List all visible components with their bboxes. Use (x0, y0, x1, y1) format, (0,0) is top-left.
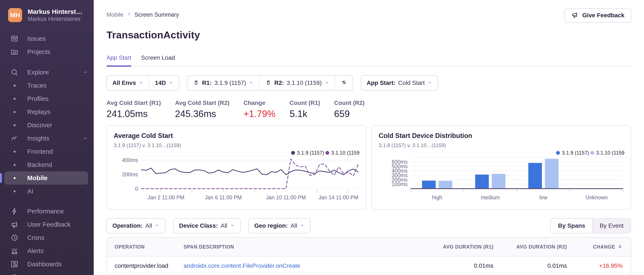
sidebar-item-issues[interactable]: Issues (0, 32, 94, 45)
stat-count-r2: Count (R2) 659 (334, 100, 364, 119)
sidebar-item-discover[interactable]: Discover (0, 119, 94, 132)
chevron-up-icon[interactable] (83, 70, 88, 75)
chevron-down-icon (428, 80, 432, 86)
spans-table: OPERATION SPAN DESCRIPTION AVG DURATION … (106, 237, 631, 275)
app-root: MH Markus Hinterst… Markus Hintersteiner… (0, 0, 644, 275)
tab-app-start[interactable]: App Start (106, 54, 132, 66)
sidebar-item-label: Alerts (27, 247, 44, 254)
table-row[interactable]: contentprovider.load androidx.core.conte… (107, 256, 631, 275)
stat-avg-cold-start-r2: Avg Cold Start (R2) 245.36ms (175, 100, 230, 119)
sidebar-item-frontend[interactable]: Frontend (0, 145, 94, 158)
release1-label: R1: (202, 80, 212, 86)
release-jar-icon (265, 79, 272, 87)
issues-icon (10, 34, 19, 43)
stat-value: +1.79% (244, 109, 275, 119)
cell-avg-duration-r2: 0.01ms (494, 262, 567, 269)
device-class-filter[interactable]: Device Class: All (174, 218, 240, 233)
release2-label: R2: (274, 80, 284, 86)
breadcrumb: Mobile Screen Summary (106, 12, 179, 18)
sidebar-item-explore[interactable]: Explore (0, 66, 94, 79)
device-distribution-bar-chart: 600ms500ms400ms300ms200ms100mshighmedium… (379, 152, 624, 201)
page-title: TransactionActivity (106, 29, 631, 41)
environment-filter[interactable]: All Envs (107, 76, 149, 90)
release1-filter[interactable]: R1: 3.1.9 (1157) (188, 76, 259, 90)
release1-value: 3.1.9 (1157) (214, 80, 246, 86)
sidebar-item-backend[interactable]: Backend (0, 158, 94, 171)
environment-value: All Envs (112, 80, 136, 86)
sidebar-item-label: Dashboards (27, 260, 62, 268)
stat-value: 659 (334, 109, 364, 119)
sidebar-item-projects[interactable]: Projects (0, 45, 94, 58)
sidebar-item-performance[interactable]: Performance (0, 205, 94, 218)
svg-text:high: high (432, 194, 442, 200)
chevron-down-icon (169, 80, 173, 86)
column-header-span-description[interactable]: SPAN DESCRIPTION (184, 244, 421, 250)
releases-icon (10, 273, 19, 275)
table-header-row: OPERATION SPAN DESCRIPTION AVG DURATION … (107, 238, 631, 256)
projects-icon (10, 48, 19, 56)
stat-label: Change (244, 100, 275, 106)
sidebar-item-label: User Feedback (27, 221, 70, 228)
operation-filter[interactable]: Operation: All (107, 218, 165, 233)
primary-filter-bar: All Envs 14D R1: 3.1.9 (1157) R2: (106, 75, 631, 91)
breadcrumb-parent[interactable]: Mobile (106, 12, 124, 18)
sidebar-item-replays[interactable]: Replays (0, 105, 94, 119)
sidebar-item-mobile[interactable]: Mobile (4, 171, 88, 185)
geo-region-filter-group: Geo region: All (248, 218, 310, 233)
sidebar-item-crons[interactable]: Crons (0, 231, 94, 244)
clock-icon (10, 233, 19, 242)
sidebar-item-label: Issues (27, 35, 46, 42)
geo-region-filter[interactable]: Geo region: All (249, 218, 310, 233)
sidebar-item-label: AI (27, 188, 33, 195)
span-description-link[interactable]: androidx.core.content.FileProvider.onCre… (184, 262, 300, 269)
app-start-value: Cold Start (398, 80, 425, 86)
stat-label: Count (R2) (334, 100, 364, 106)
tabs: App Start Screen Load (106, 54, 631, 67)
tab-screen-load[interactable]: Screen Load (141, 54, 175, 66)
release-compare-group: R1: 3.1.9 (1157) R2: 3.1.10 (1159) (187, 75, 353, 91)
nav-divider (0, 58, 94, 66)
date-range-filter[interactable]: 14D (149, 76, 179, 90)
sidebar-item-insights[interactable]: Insights (0, 132, 94, 145)
app-start-type-filter[interactable]: App Start: Cold Start (361, 76, 438, 90)
chevron-up-icon[interactable] (83, 136, 88, 141)
swap-releases-button[interactable] (335, 76, 353, 90)
sidebar-item-label: Traces (27, 82, 47, 89)
bullet-icon (10, 147, 19, 156)
column-header-avg-duration-r2[interactable]: AVG DURATION (R2) (494, 244, 567, 250)
column-header-operation[interactable]: OPERATION (107, 244, 184, 250)
sidebar-item-user-feedback[interactable]: User Feedback (0, 218, 94, 231)
sidebar-item-traces[interactable]: Traces (0, 79, 94, 92)
svg-text:100ms: 100ms (392, 181, 408, 187)
operation-filter-group: Operation: All (106, 218, 166, 233)
sidebar-item-alerts[interactable]: Alerts (0, 244, 94, 257)
main-content: Mobile Screen Summary Give Feedback Tran… (94, 0, 644, 275)
sidebar-item-releases[interactable]: Releases (0, 271, 94, 275)
sidebar-item-ai[interactable]: AI (0, 185, 94, 198)
sidebar-item-label: Explore (27, 69, 49, 76)
svg-text:200ms: 200ms (122, 171, 138, 177)
stat-change: Change +1.79% (244, 100, 275, 119)
avg-cold-start-card: Average Cold Start 3.1.9 (1157) v. 3.1.1… (106, 125, 366, 209)
by-spans-toggle[interactable]: By Spans (550, 218, 593, 233)
operation-value: All (146, 222, 152, 229)
bullet-icon (10, 161, 19, 169)
column-header-avg-duration-r1[interactable]: AVG DURATION (R1) (421, 244, 494, 250)
sidebar-item-dashboards[interactable]: Dashboards (0, 257, 94, 271)
svg-text:400ms: 400ms (122, 157, 138, 163)
release2-filter[interactable]: R2: 3.1.10 (1159) (259, 76, 335, 90)
device-class-filter-group: Device Class: All (173, 218, 241, 233)
avatar-initials: MH (10, 12, 20, 19)
svg-text:low: low (540, 194, 548, 200)
chart-subtitle: 3.1.9 (1157) v. 3.1.10…(1159) (114, 142, 359, 148)
user-menu[interactable]: MH Markus Hinterst… Markus Hintersteiner (0, 6, 94, 24)
sidebar-item-profiles[interactable]: Profiles (0, 92, 94, 105)
operation-label: Operation: (112, 222, 143, 229)
by-event-toggle[interactable]: By Event (592, 218, 631, 233)
give-feedback-button[interactable]: Give Feedback (564, 8, 631, 23)
chart-title: Cold Start Device Distribution (379, 132, 624, 140)
device-distribution-card: Cold Start Device Distribution 3.1.9 (11… (372, 125, 631, 209)
chevron-down-icon (300, 222, 304, 229)
column-header-change[interactable]: CHANGE (567, 243, 631, 250)
sidebar-item-label: Releases (27, 274, 54, 275)
